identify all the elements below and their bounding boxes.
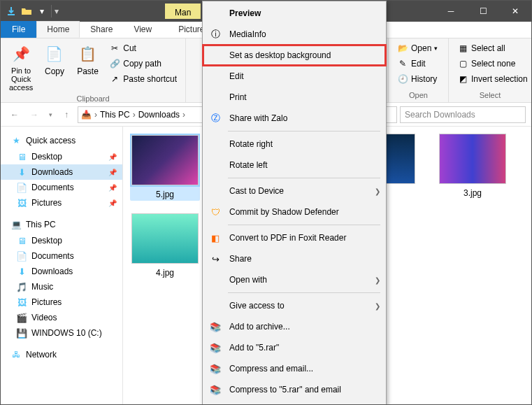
- nav-up-button[interactable]: ↑: [58, 106, 75, 123]
- pin-label: Pin to Quick access: [9, 66, 33, 92]
- copy-icon: 📄: [43, 43, 66, 65]
- drive-icon: 💾: [16, 327, 27, 339]
- file-thumb-5jpg[interactable]: 5.jpg: [130, 134, 200, 201]
- this-pc-header[interactable]: 💻This PC: [1, 216, 122, 233]
- navigation-pane: ★Quick access 🖥Desktop📌 ⬇Downloads📌 📄Doc…: [1, 127, 123, 405]
- nav-downloads[interactable]: ⬇Downloads📌: [1, 164, 122, 180]
- file-thumb-3jpg[interactable]: 3.jpg: [438, 134, 508, 201]
- file-tab[interactable]: File: [1, 21, 36, 38]
- copy-path-button[interactable]: 🔗Copy path: [106, 57, 180, 71]
- pin-quick-access-button[interactable]: 📌 Pin to Quick access: [6, 41, 36, 93]
- nav-drive-c[interactable]: 💾WINDOWS 10 (C:): [1, 325, 122, 341]
- crumb-downloads[interactable]: Downloads: [138, 110, 180, 120]
- menu-rotate-right[interactable]: Rotate right: [203, 134, 386, 155]
- paste-button[interactable]: 📋 Paste: [73, 41, 103, 78]
- network-icon: 🖧: [10, 349, 22, 360]
- view-tab[interactable]: View: [123, 21, 162, 38]
- menu-set-desktop-background[interactable]: Set as desktop background: [203, 45, 386, 66]
- open-label: Open: [411, 43, 431, 53]
- star-icon: ★: [10, 135, 22, 146]
- history-button[interactable]: 🕘History: [394, 72, 440, 86]
- nav-pictures[interactable]: 🖼Pictures📌: [1, 195, 122, 211]
- winrar-icon: 📚: [208, 362, 222, 376]
- nav-downloads2[interactable]: ⬇Downloads: [1, 264, 122, 279]
- copy-button[interactable]: 📄 Copy: [40, 41, 69, 78]
- edit-button[interactable]: ✎Edit: [394, 57, 440, 71]
- select-all-icon: ▦: [457, 43, 468, 54]
- menu-give-access[interactable]: Give access to❯: [203, 295, 386, 316]
- menu-compress-email[interactable]: 📚Compress and email...: [203, 358, 386, 379]
- share-tab[interactable]: Share: [80, 21, 123, 38]
- menu-restore-versions[interactable]: Restore previous versions: [203, 400, 386, 405]
- crumb-this-pc[interactable]: This PC: [100, 110, 130, 120]
- minimize-button[interactable]: ─: [435, 1, 467, 22]
- chevron-right-icon: ❯: [375, 302, 380, 310]
- close-button[interactable]: ✕: [499, 1, 531, 22]
- pc-icon: 💻: [10, 219, 22, 230]
- home-tab[interactable]: Home: [36, 21, 80, 38]
- menu-share-zalo[interactable]: ⓏShare with Zalo: [203, 108, 386, 129]
- foxit-icon: ◧: [208, 231, 222, 245]
- select-none-button[interactable]: ▢Select none: [454, 57, 531, 71]
- history-label: History: [411, 74, 437, 84]
- open-button[interactable]: 📂Open ▾: [394, 41, 440, 55]
- paste-shortcut-button[interactable]: ↗Paste shortcut: [106, 72, 180, 86]
- context-menu: Preview ⓘMediaInfo Set as desktop backgr…: [202, 1, 387, 405]
- menu-share[interactable]: ↪Share: [203, 248, 386, 269]
- file-thumb-4jpg[interactable]: 4.jpg: [130, 213, 200, 278]
- menu-compress-5rar-email[interactable]: 📚Compress to "5.rar" and email: [203, 379, 386, 400]
- menu-edit[interactable]: Edit: [203, 66, 386, 87]
- nav-documents[interactable]: 📄Documents📌: [1, 180, 122, 195]
- desktop-icon: 🖥: [16, 151, 27, 162]
- menu-shadow-defender[interactable]: 🛡Commit by Shadow Defender: [203, 201, 386, 222]
- scissors-icon: ✂: [109, 43, 120, 54]
- clipboard-group-label: Clipboard: [6, 93, 180, 103]
- invert-selection-button[interactable]: ◩Invert selection: [454, 72, 531, 86]
- qat-dropdown-icon[interactable]: ▾: [36, 5, 48, 17]
- select-all-button[interactable]: ▦Select all: [454, 41, 531, 55]
- winrar-icon: 📚: [208, 320, 222, 334]
- menu-add-archive[interactable]: 📚Add to archive...: [203, 316, 386, 337]
- search-input[interactable]: Search Downloads: [400, 106, 526, 123]
- pin-icon: 📌: [108, 169, 117, 176]
- tool-context-tab: Man: [165, 3, 201, 19]
- menu-mediainfo[interactable]: ⓘMediaInfo: [203, 24, 386, 45]
- quick-access-header[interactable]: ★Quick access: [1, 132, 122, 149]
- pin-icon: 📌: [108, 153, 117, 161]
- mediainfo-icon: ⓘ: [208, 27, 222, 41]
- shortcut-icon: ↗: [109, 73, 120, 85]
- paste-icon: 📋: [77, 43, 99, 65]
- pictures-icon: 🖼: [16, 297, 27, 308]
- history-icon: 🕘: [397, 73, 408, 85]
- network-header[interactable]: 🖧Network: [1, 346, 122, 363]
- nav-back-button[interactable]: ←: [6, 106, 23, 123]
- nav-recent-button[interactable]: ▾: [45, 106, 55, 123]
- menu-rotate-left[interactable]: Rotate left: [203, 155, 386, 176]
- nav-desktop[interactable]: 🖥Desktop📌: [1, 149, 122, 164]
- music-icon: 🎵: [16, 281, 27, 292]
- select-group-label: Select: [454, 90, 526, 99]
- cut-button[interactable]: ✂Cut: [106, 41, 180, 55]
- share-icon: ↪: [208, 252, 222, 266]
- menu-add-5rar[interactable]: 📚Add to "5.rar": [203, 337, 386, 358]
- zalo-icon: Ⓩ: [208, 111, 222, 125]
- menu-cast-to-device[interactable]: Cast to Device❯: [203, 180, 386, 201]
- nav-desktop2[interactable]: 🖥Desktop: [1, 233, 122, 248]
- videos-icon: 🎬: [16, 312, 27, 323]
- nav-videos[interactable]: 🎬Videos: [1, 310, 122, 325]
- desktop-icon: 🖥: [16, 235, 27, 246]
- select-all-label: Select all: [471, 43, 505, 53]
- menu-preview[interactable]: Preview: [203, 3, 386, 24]
- nav-pictures2[interactable]: 🖼Pictures: [1, 294, 122, 310]
- nav-forward-button[interactable]: →: [26, 106, 43, 123]
- folder-icon: [20, 5, 33, 17]
- menu-open-with[interactable]: Open with❯: [203, 269, 386, 290]
- menu-foxit-pdf[interactable]: ◧Convert to PDF in Foxit Reader: [203, 227, 386, 248]
- download-icon: ⬇: [16, 266, 27, 277]
- edit-label: Edit: [411, 59, 426, 69]
- maximize-button[interactable]: ☐: [467, 1, 499, 22]
- nav-music[interactable]: 🎵Music: [1, 279, 122, 294]
- download-icon: [5, 5, 17, 17]
- nav-documents2[interactable]: 📄Documents: [1, 248, 122, 264]
- menu-print[interactable]: Print: [203, 87, 386, 108]
